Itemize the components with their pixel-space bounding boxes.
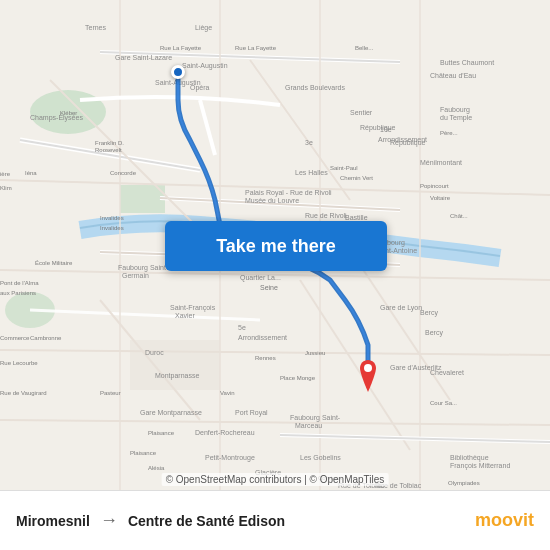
svg-text:Château d'Eau: Château d'Eau: [430, 72, 476, 79]
svg-text:Montparnasse: Montparnasse: [155, 372, 199, 380]
svg-text:Roosevelt: Roosevelt: [95, 147, 122, 153]
svg-text:Duroc: Duroc: [145, 349, 164, 356]
svg-text:Ménilmontant: Ménilmontant: [420, 159, 462, 166]
svg-text:François Mitterrand: François Mitterrand: [450, 462, 510, 470]
destination-marker: [356, 360, 380, 396]
svg-text:Sentier: Sentier: [350, 109, 373, 116]
svg-text:Rue La Fayette: Rue La Fayette: [235, 45, 277, 51]
svg-text:Kléber: Kléber: [60, 110, 77, 116]
map-attribution: © OpenStreetMap contributors | © OpenMap…: [162, 473, 389, 486]
svg-text:Faubourg: Faubourg: [440, 106, 470, 114]
svg-text:Seine: Seine: [260, 284, 278, 291]
svg-text:Alésia: Alésia: [148, 465, 165, 471]
svg-text:Saint-Paul: Saint-Paul: [330, 165, 358, 171]
svg-text:ière: ière: [0, 171, 11, 177]
svg-text:Franklin D.: Franklin D.: [95, 140, 124, 146]
svg-text:Rue de Rivoli: Rue de Rivoli: [305, 212, 347, 219]
bottom-bar: Miromesnil → Centre de Santé Edison moov…: [0, 490, 550, 550]
svg-text:Place Monge: Place Monge: [280, 375, 316, 381]
svg-text:Belle...: Belle...: [355, 45, 374, 51]
svg-text:Jussieu: Jussieu: [305, 350, 325, 356]
svg-text:Denfert-Rochereau: Denfert-Rochereau: [195, 429, 255, 436]
route-arrow-icon: →: [100, 510, 118, 531]
svg-text:Palais Royal -: Palais Royal -: [245, 189, 289, 197]
svg-text:Plaisance: Plaisance: [148, 430, 175, 436]
svg-text:Invalides: Invalides: [100, 225, 124, 231]
svg-text:Les Halles: Les Halles: [295, 169, 328, 176]
svg-text:Bercy: Bercy: [425, 329, 443, 337]
svg-text:Vavin: Vavin: [220, 390, 235, 396]
svg-text:Iéna: Iéna: [25, 170, 37, 176]
svg-text:République: République: [390, 139, 426, 147]
svg-text:Cambronne: Cambronne: [30, 335, 62, 341]
svg-text:Invalides: Invalides: [100, 215, 124, 221]
svg-text:Faubourg Saint-: Faubourg Saint-: [118, 264, 169, 272]
svg-text:Buttes Chaumont: Buttes Chaumont: [440, 59, 494, 66]
svg-text:Chevaleret: Chevaleret: [430, 369, 464, 376]
svg-text:Concorde: Concorde: [110, 170, 137, 176]
route-to: Centre de Santé Edison: [128, 513, 285, 529]
svg-text:du Temple: du Temple: [440, 114, 472, 122]
svg-text:Xavier: Xavier: [175, 312, 196, 319]
svg-text:Pont de l'Alma: Pont de l'Alma: [0, 280, 39, 286]
svg-text:Pasteur: Pasteur: [100, 390, 121, 396]
moovit-logo-text: moovit: [475, 510, 534, 531]
svg-text:Germain: Germain: [122, 272, 149, 279]
svg-text:Ternes: Ternes: [85, 24, 107, 31]
svg-text:3e: 3e: [305, 139, 313, 146]
svg-text:Bercy: Bercy: [420, 309, 438, 317]
svg-text:Gare Saint-Lazare: Gare Saint-Lazare: [115, 54, 172, 61]
svg-text:Voltaire: Voltaire: [430, 195, 451, 201]
svg-text:aux Parisiens: aux Parisiens: [0, 290, 36, 296]
svg-text:Grands Boulevards: Grands Boulevards: [285, 84, 345, 91]
svg-text:Musée du Louvre: Musée du Louvre: [245, 197, 299, 204]
svg-text:Cour Sa...: Cour Sa...: [430, 400, 457, 406]
svg-text:Arrondissement: Arrondissement: [238, 334, 287, 341]
svg-text:Klim: Klim: [0, 185, 12, 191]
svg-text:Saint-Augustin: Saint-Augustin: [182, 62, 228, 70]
svg-text:Olympiades: Olympiades: [448, 480, 480, 486]
map-container: Champs-Élysées Opéra Grands Boulevards K…: [0, 0, 550, 490]
svg-point-122: [364, 364, 372, 372]
route-from: Miromesnil: [16, 513, 90, 529]
svg-text:5e: 5e: [238, 324, 246, 331]
svg-text:Rennes: Rennes: [255, 355, 276, 361]
svg-text:Père...: Père...: [440, 130, 458, 136]
svg-text:Rue Lecourbe: Rue Lecourbe: [0, 360, 38, 366]
svg-text:Gare Montparnasse: Gare Montparnasse: [140, 409, 202, 417]
svg-rect-25: [130, 340, 220, 390]
svg-text:Quartier La...: Quartier La...: [240, 274, 281, 282]
svg-text:Rue de Rivoli: Rue de Rivoli: [290, 189, 332, 196]
origin-marker: [171, 65, 185, 79]
svg-text:Chât...: Chât...: [450, 213, 468, 219]
svg-text:Saint-François: Saint-François: [170, 304, 216, 312]
svg-text:Popincourt: Popincourt: [420, 183, 449, 189]
svg-text:Liège: Liège: [195, 24, 212, 32]
svg-text:République: République: [360, 124, 396, 132]
svg-text:Les Gobelins: Les Gobelins: [300, 454, 341, 461]
svg-text:Rue La Fayette: Rue La Fayette: [160, 45, 202, 51]
svg-text:Port Royal: Port Royal: [235, 409, 268, 417]
take-me-there-button[interactable]: Take me there: [165, 221, 387, 271]
svg-text:Bibliothèque: Bibliothèque: [450, 454, 489, 462]
svg-text:Gare de Lyon: Gare de Lyon: [380, 304, 422, 312]
svg-text:Marceau: Marceau: [295, 422, 322, 429]
svg-text:Plaisance: Plaisance: [130, 450, 157, 456]
moovit-logo: moovit: [475, 510, 534, 531]
svg-text:Petit-Montrouge: Petit-Montrouge: [205, 454, 255, 462]
svg-text:Rue de Vaugirard: Rue de Vaugirard: [0, 390, 47, 396]
svg-text:Bastille: Bastille: [345, 214, 368, 221]
svg-text:Chemin Vert: Chemin Vert: [340, 175, 373, 181]
svg-text:École Militaire: École Militaire: [35, 260, 73, 266]
svg-text:Commerce: Commerce: [0, 335, 30, 341]
svg-text:Faubourg Saint-: Faubourg Saint-: [290, 414, 341, 422]
